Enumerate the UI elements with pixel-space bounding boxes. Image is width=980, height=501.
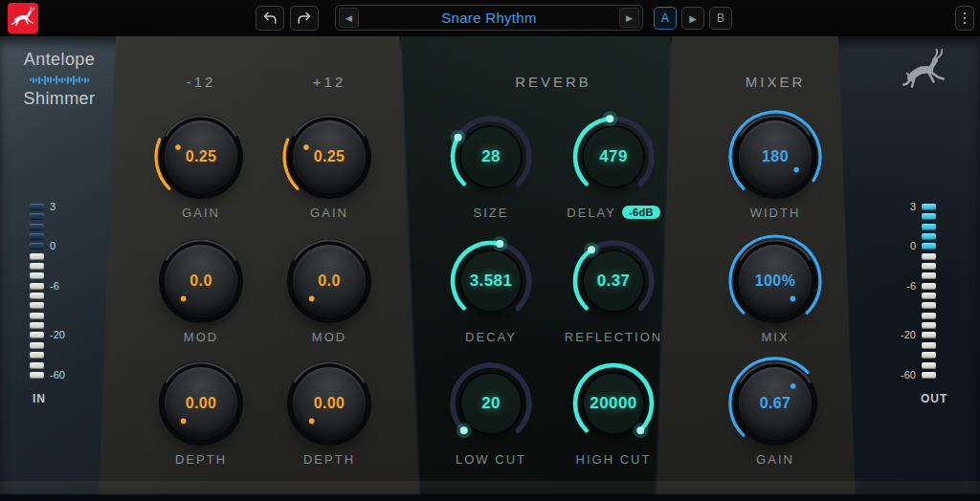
ab-slot-b-button[interactable]: B <box>709 7 732 30</box>
knob-pp-depth[interactable]: 0.00DEPTH <box>272 354 387 478</box>
meter-tick: -20 <box>50 332 65 338</box>
knob-label: LOW CUT <box>456 452 526 467</box>
undo-icon <box>262 11 278 25</box>
knob-value: 0.00 <box>151 354 251 453</box>
knob-value: 20000 <box>564 354 663 453</box>
meter-segment <box>922 224 936 230</box>
ab-copy-button[interactable]: ▶ <box>681 7 704 30</box>
preset-name[interactable]: Snare Rhythm <box>362 10 616 26</box>
knob-value: 100% <box>725 231 825 331</box>
knob-graphic: 20000 <box>564 354 663 453</box>
meter-segment <box>30 243 44 250</box>
meter-segment <box>922 342 936 349</box>
meter-segment <box>30 293 44 299</box>
knob-graphic: 3.581 <box>441 231 541 331</box>
knob-pm-depth[interactable]: 0.00DEPTH <box>144 354 258 478</box>
meter-segment <box>922 283 936 290</box>
branding: Antelope Shimmer <box>4 50 115 109</box>
knob-graphic: 0.00 <box>279 354 379 453</box>
knob-graphic: 0.37 <box>564 231 663 331</box>
meter-segment <box>922 352 936 359</box>
section-header-mixer: MIXER <box>699 74 852 90</box>
knob-mixer-gain[interactable]: 0.67GAIN <box>718 354 833 478</box>
input-meter-label: IN <box>32 392 47 405</box>
knob-label: DEPTH <box>175 452 227 467</box>
settings-menu-button[interactable] <box>955 6 974 31</box>
knob-delay[interactable]: 479DELAY-6dB <box>556 107 671 231</box>
top-toolbar: ◀ Snare Rhythm ▶ A ▶ B <box>0 0 980 36</box>
knob-value: 0.67 <box>725 354 825 453</box>
knob-highcut[interactable]: 20000HIGH CUT <box>556 354 671 478</box>
meter-segment <box>30 372 44 379</box>
output-level-meter: 30-6-20-60 <box>886 204 936 381</box>
knob-graphic: 0.0 <box>151 231 251 331</box>
knob-value: 0.0 <box>279 231 379 331</box>
knob-lowcut[interactable]: 20LOW CUT <box>434 354 548 478</box>
meter-tick: -60 <box>901 372 916 379</box>
meter-segment <box>30 283 44 290</box>
knob-pm-gain[interactable]: 0.25GAIN <box>144 107 258 231</box>
knob-label: DEPTH <box>303 452 355 467</box>
meter-tick: -20 <box>901 332 916 338</box>
knob-graphic: 0.00 <box>151 354 251 453</box>
knob-graphic: 180 <box>725 107 825 207</box>
meter-segment <box>922 243 936 250</box>
antelope-logo-icon <box>900 48 948 100</box>
waveform-divider-icon <box>4 73 115 87</box>
plugin-body: Antelope Shimmer 30-6-20-60 30-6-20-60 I… <box>0 36 980 501</box>
meter-segment <box>30 224 44 230</box>
knob-pm-mod[interactable]: 0.0MOD <box>144 231 258 356</box>
knob-pp-mod[interactable]: 0.0MOD <box>272 231 387 356</box>
knob-value: 0.25 <box>279 107 379 207</box>
meter-segment <box>922 272 936 279</box>
knob-graphic: 20 <box>441 354 541 453</box>
knob-label: MOD <box>312 330 346 344</box>
knob-label: DELAY <box>567 206 616 220</box>
meter-segment <box>30 313 44 319</box>
knob-label: MIX <box>761 330 789 344</box>
meter-segment <box>30 342 44 349</box>
meter-segment <box>922 263 936 270</box>
knob-graphic: 100% <box>725 231 825 331</box>
preset-selector[interactable]: ◀ Snare Rhythm ▶ <box>335 5 643 31</box>
knob-label: SIZE <box>474 206 509 220</box>
knob-width[interactable]: 180WIDTH <box>718 107 833 231</box>
knob-label: GAIN <box>756 452 794 467</box>
knob-value: 180 <box>725 107 825 207</box>
knob-decay[interactable]: 3.581DECAY <box>434 231 548 356</box>
meter-segment <box>30 332 44 338</box>
knob-label: GAIN <box>182 206 220 220</box>
meter-segment <box>30 233 44 240</box>
knob-value: 479 <box>564 107 663 207</box>
meter-segment <box>922 253 936 260</box>
meter-tick: -6 <box>906 283 916 290</box>
meter-segment <box>30 204 44 210</box>
meter-segment <box>922 372 936 379</box>
preset-next-button[interactable]: ▶ <box>619 8 639 28</box>
knob-pp-gain[interactable]: 0.25GAIN <box>272 107 387 231</box>
meter-segment <box>30 322 44 329</box>
meter-segment <box>922 362 936 369</box>
meter-segment <box>922 204 936 210</box>
meter-segment <box>30 352 44 359</box>
knob-mix[interactable]: 100%MIX <box>718 231 833 356</box>
knob-size[interactable]: 28SIZE <box>434 107 548 231</box>
knob-value: 0.0 <box>151 231 251 331</box>
brand-name: Antelope <box>4 50 115 70</box>
meter-segment <box>922 213 936 220</box>
section-header-reverb: REVERB <box>477 74 630 90</box>
knob-label: HIGH CUT <box>576 452 652 467</box>
ab-slot-a-button[interactable]: A <box>654 7 677 30</box>
meter-tick: 3 <box>50 204 56 210</box>
preset-prev-button[interactable]: ◀ <box>339 8 359 28</box>
meter-segment <box>922 313 936 319</box>
knob-label: GAIN <box>310 206 348 220</box>
output-meter-label: OUT <box>921 392 936 405</box>
redo-button[interactable] <box>290 6 319 31</box>
knob-reflection[interactable]: 0.37REFLECTION <box>556 231 671 356</box>
knob-label: MOD <box>184 330 218 344</box>
meter-tick: 0 <box>910 243 916 250</box>
undo-button[interactable] <box>256 6 284 31</box>
antelope-brand-tile <box>8 3 38 33</box>
meter-tick: -60 <box>50 372 65 379</box>
